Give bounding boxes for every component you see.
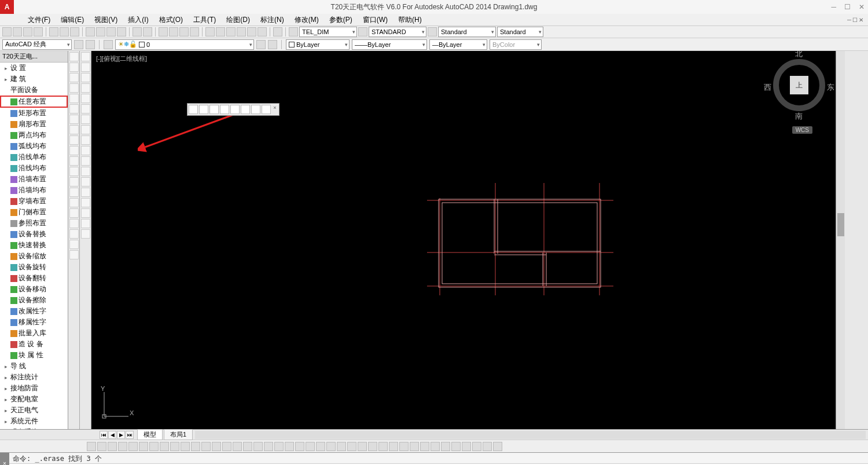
polygon-icon[interactable] (69, 83, 79, 93)
zoom-window-icon[interactable] (179, 27, 189, 36)
tree-item-10[interactable]: 沿墙布置 (0, 174, 68, 185)
view-icon-3[interactable] (209, 105, 219, 114)
lineweight-dropdown[interactable]: — ByLayer (429, 39, 487, 50)
floating-view-toolbar[interactable]: × (187, 103, 279, 116)
bt-icon[interactable] (201, 442, 211, 451)
tree-item-19[interactable]: 设备翻转 (0, 273, 68, 284)
ellipse-icon[interactable] (69, 146, 79, 155)
tree-item-30[interactable]: ▸变配电室 (0, 394, 68, 405)
cut-icon[interactable] (86, 27, 95, 36)
tab-next-icon[interactable]: ▶ (117, 431, 125, 439)
textstyle-dropdown[interactable]: STANDARD (369, 27, 426, 37)
region-icon[interactable] (69, 219, 79, 228)
view-icon-7[interactable] (251, 105, 260, 114)
bt-icon[interactable] (191, 442, 200, 451)
tree-item-7[interactable]: 弧线均布 (0, 141, 68, 152)
fillet-icon[interactable] (81, 208, 90, 218)
blend-icon[interactable] (81, 219, 90, 228)
hatch-icon[interactable] (69, 198, 79, 207)
bt-icon[interactable] (472, 442, 481, 451)
tree-item-14[interactable]: 参照布置 (0, 218, 68, 229)
break-icon[interactable] (81, 177, 90, 186)
gradient-icon[interactable] (69, 208, 79, 218)
tree-item-9[interactable]: 沿线均布 (0, 163, 68, 174)
tree-item-33[interactable]: ▸强电系统 (0, 427, 68, 429)
tab-layout1[interactable]: 布局1 (164, 429, 193, 440)
polyline-icon[interactable] (69, 73, 79, 82)
view-icon-5[interactable] (230, 105, 240, 114)
bt-icon[interactable] (253, 442, 263, 451)
tree-item-0[interactable]: ▸设 置 (0, 63, 68, 74)
workspace-dropdown[interactable]: AutoCAD 经典 (2, 39, 72, 50)
bt-icon[interactable] (420, 442, 429, 451)
bt-icon[interactable] (212, 442, 221, 451)
tree-item-4[interactable]: 矩形布置 (0, 108, 68, 119)
mirror-icon[interactable] (81, 73, 90, 82)
bt-icon[interactable] (160, 442, 169, 451)
tree-item-26[interactable]: 块 属 性 (0, 350, 68, 361)
bt-icon[interactable] (358, 442, 367, 451)
tab-first-icon[interactable]: ⏮ (100, 431, 108, 439)
scale-icon[interactable] (81, 125, 90, 134)
move-icon[interactable] (81, 104, 90, 113)
bt-icon[interactable] (128, 442, 138, 451)
vertical-scrollbar[interactable] (836, 51, 845, 429)
table-icon[interactable] (69, 229, 79, 239)
help-icon[interactable] (273, 27, 282, 36)
layer-dropdown[interactable]: ☀❄🔓 0 (115, 39, 254, 50)
properties-icon[interactable] (205, 27, 215, 36)
cmdline-close-icon[interactable]: × (0, 453, 9, 465)
break-at-icon[interactable] (81, 167, 90, 176)
bt-icon[interactable] (149, 442, 159, 451)
workspace-settings-icon[interactable] (74, 40, 83, 49)
bt-icon[interactable] (493, 442, 502, 451)
view-icon-1[interactable] (189, 105, 198, 114)
tree-item-28[interactable]: ▸标注统计 (0, 372, 68, 383)
markup-icon[interactable] (247, 27, 256, 36)
spline-icon[interactable] (69, 136, 79, 145)
maximize-button[interactable]: ☐ (844, 3, 851, 11)
print-icon[interactable] (49, 27, 58, 36)
color-dropdown[interactable]: ByLayer (286, 39, 350, 50)
bt-icon[interactable] (462, 442, 471, 451)
bt-icon[interactable] (483, 442, 492, 451)
bt-icon[interactable] (316, 442, 325, 451)
bt-icon[interactable] (431, 442, 440, 451)
insert-block-icon[interactable] (69, 167, 79, 176)
bt-icon[interactable] (285, 442, 294, 451)
tab-model[interactable]: 模型 (137, 429, 163, 440)
tree-item-5[interactable]: 扇形布置 (0, 119, 68, 130)
save-icon[interactable] (23, 27, 32, 36)
menu-modify[interactable]: 修改(M) (290, 14, 323, 26)
menu-help[interactable]: 帮助(H) (393, 14, 426, 26)
mtext-icon[interactable] (69, 240, 79, 249)
paste-icon[interactable] (106, 27, 116, 36)
preview-icon[interactable] (60, 27, 69, 36)
bt-icon[interactable] (306, 442, 315, 451)
menu-parametric[interactable]: 参数(P) (325, 14, 357, 26)
menu-format[interactable]: 格式(O) (155, 14, 187, 26)
tree-item-23[interactable]: 移属性字 (0, 317, 68, 328)
bt-icon[interactable] (264, 442, 273, 451)
rotate-icon[interactable] (81, 115, 90, 124)
bt-icon[interactable] (108, 442, 117, 451)
array-icon[interactable] (81, 94, 90, 103)
join-icon[interactable] (81, 188, 90, 197)
tree-item-2[interactable]: 平面设备 (0, 85, 68, 96)
menu-view[interactable]: 视图(V) (90, 14, 122, 26)
bt-icon[interactable] (170, 442, 179, 451)
tree-item-3[interactable]: 任意布置 (0, 96, 68, 108)
tab-prev-icon[interactable]: ◀ (108, 431, 116, 439)
tree-item-31[interactable]: ▸天正电气 (0, 405, 68, 416)
tree-item-6[interactable]: 两点均布 (0, 130, 68, 141)
tree-item-21[interactable]: 设备擦除 (0, 295, 68, 306)
tree-item-22[interactable]: 改属性字 (0, 306, 68, 317)
mlstyle-dropdown[interactable]: Standard (497, 27, 543, 37)
layer-manager-icon[interactable] (104, 40, 113, 49)
bt-icon[interactable] (399, 442, 409, 451)
toolpalette-icon[interactable] (226, 27, 236, 36)
plotstyle-dropdown[interactable]: ByColor (490, 39, 542, 50)
bt-icon[interactable] (97, 442, 106, 451)
designcenter-icon[interactable] (216, 27, 225, 36)
layer-states-icon[interactable] (256, 40, 266, 49)
